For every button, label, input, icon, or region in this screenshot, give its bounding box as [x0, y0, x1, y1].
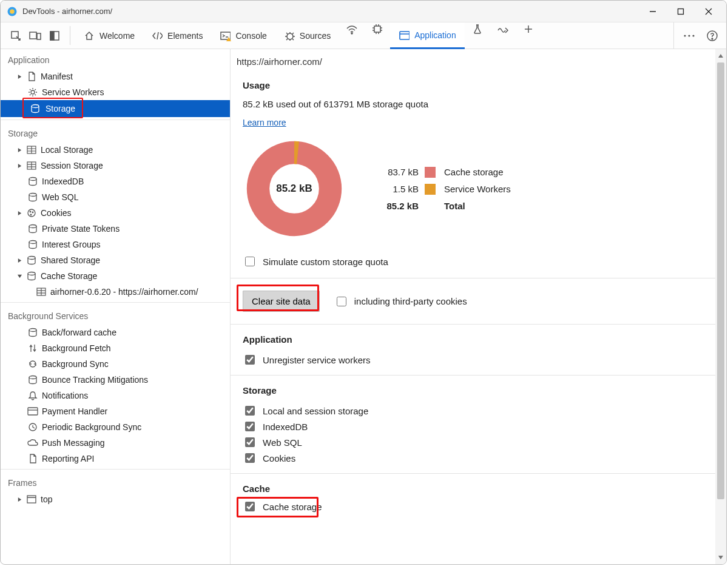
application-icon — [399, 30, 410, 41]
sidebar-item-interest-groups[interactable]: Interest Groups — [1, 237, 230, 252]
window-title: DevTools - airhorner.com/ — [22, 7, 112, 16]
indexeddb-checkbox[interactable] — [245, 422, 255, 431]
dock-icon[interactable] — [48, 29, 61, 42]
item-label: Payment Handler — [42, 406, 107, 416]
sidebar-item-bg-sync[interactable]: Background Sync — [1, 356, 230, 372]
sidebar-item-push[interactable]: Push Messaging — [1, 435, 230, 451]
database-icon — [30, 103, 41, 114]
clear-site-row: Clear site data including third-party co… — [231, 278, 720, 325]
flask-icon[interactable] — [471, 22, 484, 36]
svg-marker-49 — [17, 274, 21, 277]
item-label: Periodic Background Sync — [42, 422, 141, 432]
database-icon — [26, 271, 37, 281]
svg-rect-8 — [37, 33, 41, 39]
tab-application[interactable]: Application — [390, 22, 465, 49]
svg-rect-15 — [374, 26, 380, 32]
tab-welcome[interactable]: Welcome — [75, 22, 143, 49]
device-icon[interactable] — [29, 29, 42, 42]
wifi-icon[interactable] — [345, 22, 359, 36]
third-party-label: including third-party cookies — [354, 296, 467, 306]
scrollbar[interactable] — [715, 49, 726, 564]
minimize-button[interactable] — [639, 2, 667, 21]
svg-point-1 — [10, 9, 15, 14]
sidebar-item-local-storage[interactable]: Local Storage — [1, 142, 230, 158]
home-icon — [84, 30, 95, 41]
cloud-icon — [27, 437, 38, 448]
cookies-checkbox[interactable] — [245, 453, 255, 463]
sidebar-item-bg-fetch[interactable]: Background Fetch — [1, 340, 230, 356]
scroll-up-icon[interactable] — [715, 50, 726, 61]
sidebar-item-web-sql[interactable]: Web SQL — [1, 189, 230, 205]
item-label: Storage — [46, 104, 75, 113]
plus-icon[interactable] — [522, 22, 535, 36]
item-label: Background Sync — [42, 359, 109, 369]
sidebar-item-private-state-tokens[interactable]: Private State Tokens — [1, 221, 230, 237]
sidebar-item-shared-storage[interactable]: Shared Storage — [1, 252, 230, 268]
websql-checkbox[interactable] — [245, 437, 255, 447]
usage-heading: Usage — [243, 80, 714, 90]
sidebar-item-manifest[interactable]: Manifest — [1, 69, 230, 84]
sidebar-item-cookies[interactable]: Cookies — [1, 205, 230, 221]
scroll-thumb[interactable] — [717, 62, 724, 499]
svg-point-26 — [31, 90, 35, 94]
section-background: Background Services — [1, 305, 230, 325]
tab-console[interactable]: Console — [211, 22, 275, 49]
learn-more-link[interactable]: Learn more — [243, 118, 286, 127]
unregister-sw-label: Unregister service workers — [263, 355, 371, 365]
tab-sources[interactable]: Sources — [275, 22, 339, 49]
svg-point-43 — [32, 212, 33, 213]
item-label: Background Fetch — [42, 343, 111, 353]
item-label: Local Storage — [41, 145, 93, 155]
svg-point-44 — [30, 214, 32, 215]
svg-marker-25 — [18, 74, 21, 78]
scroll-down-icon[interactable] — [715, 552, 726, 563]
application-heading: Application — [243, 334, 714, 345]
sidebar-item-periodic[interactable]: Periodic Background Sync — [1, 419, 230, 435]
sidebar-item-storage-selected[interactable]: Storage — [1, 100, 230, 117]
content-pane: https://airhorner.com/ Usage 85.2 kB use… — [231, 49, 726, 564]
arrows-icon — [27, 343, 38, 354]
sidebar-item-frames-top[interactable]: top — [1, 491, 230, 507]
tab-label: Welcome — [99, 31, 135, 41]
card-icon — [27, 406, 38, 417]
svg-rect-16 — [400, 32, 410, 39]
help-icon[interactable] — [706, 29, 719, 42]
sidebar-item-back-forward-cache[interactable]: Back/forward cache — [1, 325, 230, 340]
sidebar-item-reporting[interactable]: Reporting API — [1, 451, 230, 467]
squiggle-icon[interactable] — [496, 22, 510, 36]
tab-label: Elements — [167, 31, 203, 41]
tab-elements[interactable]: Elements — [143, 22, 211, 49]
cookies-label: Cookies — [263, 453, 295, 463]
svg-point-46 — [29, 241, 36, 244]
sidebar-item-service-workers[interactable]: Service Workers — [1, 84, 230, 100]
svg-point-48 — [28, 257, 35, 260]
sidebar-item-indexeddb[interactable]: IndexedDB — [1, 174, 230, 189]
svg-marker-40 — [18, 211, 21, 215]
sidebar-item-session-storage[interactable]: Session Storage — [1, 158, 230, 174]
tab-label: Console — [235, 31, 266, 41]
more-icon[interactable] — [682, 29, 696, 42]
sidebar-item-notifications[interactable]: Notifications — [1, 388, 230, 403]
svg-point-27 — [32, 105, 39, 108]
code-icon — [152, 30, 163, 41]
cache-storage-checkbox[interactable] — [245, 502, 255, 511]
sidebar-item-bounce[interactable]: Bounce Tracking Mitigations — [1, 372, 230, 388]
sidebar-item-cache-child[interactable]: airhorner-0.6.20 - https://airhorner.com… — [1, 284, 230, 300]
chip-icon[interactable] — [371, 22, 384, 36]
item-label: Service Workers — [42, 87, 104, 97]
cache-storage-label: Cache storage — [263, 502, 322, 512]
simulate-quota-checkbox[interactable] — [245, 257, 255, 266]
grid-icon — [26, 160, 37, 171]
local-session-checkbox[interactable] — [245, 406, 255, 416]
third-party-checkbox[interactable] — [337, 297, 346, 306]
usage-legend: 83.7 kB Cache storage 1.5 kB Service Wor… — [376, 167, 511, 211]
unregister-sw-checkbox[interactable] — [245, 355, 255, 365]
section-frames: Frames — [1, 472, 230, 491]
sidebar-item-cache-storage[interactable]: Cache Storage — [1, 268, 230, 284]
legend-name-sw: Service Workers — [444, 184, 511, 195]
close-button[interactable] — [695, 2, 723, 21]
maximize-button[interactable] — [667, 2, 695, 21]
sidebar-item-payment[interactable]: Payment Handler — [1, 403, 230, 419]
clear-site-data-button[interactable]: Clear site data — [243, 291, 320, 312]
inspect-icon[interactable] — [9, 29, 22, 42]
